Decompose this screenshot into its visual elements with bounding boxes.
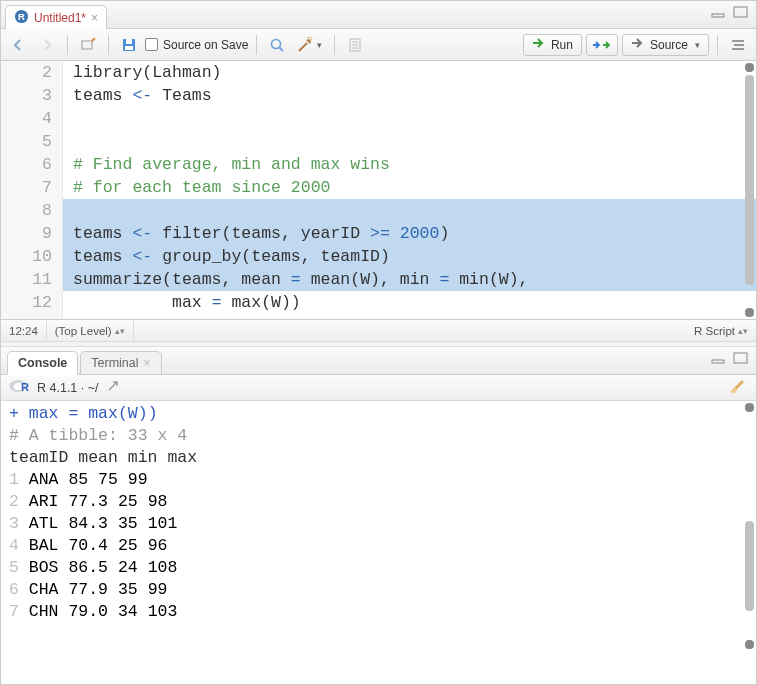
code-line[interactable] [63,130,756,153]
code-line[interactable]: # Find average, min and max wins [63,153,756,176]
sort-icon: ▴▾ [738,326,748,336]
clear-console-icon[interactable] [730,379,748,396]
language-selector[interactable]: R Script▴▾ [686,320,756,341]
svg-text:R: R [21,381,29,393]
code-line[interactable] [63,199,756,222]
console-scrollbar[interactable] [744,401,754,651]
editor-scrollbar[interactable] [744,61,754,319]
code-line[interactable]: teams <- group_by(teams, teamID) [63,245,756,268]
code-line[interactable]: library(Lahman) [63,61,756,84]
code-tools-icon[interactable]: ▾ [293,34,326,56]
close-tab-icon[interactable]: × [91,11,98,25]
console-line: 3 ATL 84.3 35 101 [9,513,756,535]
svg-text:R: R [18,11,25,21]
scroll-down-icon[interactable] [745,640,754,649]
scroll-up-icon[interactable] [745,63,754,72]
run-button[interactable]: Run [523,34,582,56]
maximize-pane-icon[interactable] [732,351,750,365]
sort-icon: ▴▾ [115,326,125,336]
code-line[interactable]: max = max(W)) [63,291,756,314]
r-logo-icon: R [9,378,29,397]
source-icon [631,37,645,52]
pane-controls [710,351,750,365]
console-line: 5 BOS 86.5 24 108 [9,557,756,579]
editor-tab-untitled[interactable]: R Untitled1* × [5,5,107,29]
editor-toolbar: Source on Save ▾ Run Source ▾ [1,29,756,61]
scroll-down-icon[interactable] [745,308,754,317]
svg-rect-6 [126,39,132,44]
console-line: 7 CHN 79.0 34 103 [9,601,756,623]
save-icon[interactable] [117,34,141,56]
source-label: Source [650,38,688,52]
svg-rect-4 [82,41,92,49]
code-line[interactable]: summarize(teams, mean = mean(W), min = m… [63,268,756,291]
code-line[interactable]: # for each team since 2000 [63,176,756,199]
code-editor[interactable]: 23456789101112 library(Lahman)teams <- T… [1,61,756,319]
line-gutter: 23456789101112 [1,61,63,319]
console-pane: Console Terminal × R R 4.1.1 · ~/ + max … [1,347,756,651]
editor-pane: R Untitled1* × Source on Save ▾ Run [1,1,756,341]
find-icon[interactable] [265,34,289,56]
maximize-pane-icon[interactable] [732,5,750,19]
source-on-save-label: Source on Save [163,38,248,52]
console-line: # A tibble: 33 x 4 [9,425,756,447]
source-on-save-checkbox[interactable]: Source on Save [145,38,248,52]
show-in-new-window-icon[interactable] [76,34,100,56]
console-tabs: Console Terminal × [1,347,756,375]
editor-tabs: R Untitled1* × [1,1,756,29]
console-output[interactable]: + max = max(W))# A tibble: 33 x 4 teamID… [1,401,756,651]
scope-selector[interactable]: (Top Level)▴▾ [47,320,134,341]
outline-icon[interactable] [726,34,750,56]
rerun-icon [592,39,612,51]
console-line: 1 ANA 85 75 99 [9,469,756,491]
chevron-down-icon: ▾ [317,40,322,50]
scroll-thumb[interactable] [745,75,754,285]
scroll-up-icon[interactable] [745,403,754,412]
editor-statusbar: 12:24 (Top Level)▴▾ R Script▴▾ [1,319,756,341]
code-line[interactable] [63,107,756,130]
tab-terminal[interactable]: Terminal × [80,351,161,375]
tab-console[interactable]: Console [7,351,78,375]
svg-rect-3 [734,7,747,17]
chevron-down-icon: ▾ [695,40,700,50]
checkbox-icon [145,38,158,51]
code-line[interactable]: teams <- filter(teams, yearID >= 2000) [63,222,756,245]
code-lines[interactable]: library(Lahman)teams <- Teams # Find ave… [63,61,756,319]
source-button[interactable]: Source ▾ [622,34,709,56]
svg-rect-18 [734,353,747,363]
svg-rect-17 [712,360,724,363]
console-line: + max = max(W)) [9,403,756,425]
code-line[interactable]: teams <- Teams [63,84,756,107]
console-info: R 4.1.1 · ~/ [37,381,99,395]
forward-icon[interactable] [35,34,59,56]
svg-rect-2 [712,14,724,17]
popout-icon[interactable] [107,380,119,395]
console-line: 2 ARI 77.3 25 98 [9,491,756,513]
svg-rect-7 [125,46,133,50]
console-line: teamID mean min max [9,447,756,469]
svg-line-9 [280,47,284,51]
back-icon[interactable] [7,34,31,56]
run-label: Run [551,38,573,52]
close-tab-icon[interactable]: × [144,356,151,370]
minimize-pane-icon[interactable] [710,5,728,19]
editor-tab-title: Untitled1* [34,11,86,25]
run-icon [532,37,546,52]
pane-controls [710,5,750,19]
scroll-thumb[interactable] [745,521,754,611]
minimize-pane-icon[interactable] [710,351,728,365]
console-line: 4 BAL 70.4 25 96 [9,535,756,557]
cursor-position[interactable]: 12:24 [1,320,47,341]
compile-report-icon[interactable] [343,34,367,56]
svg-point-8 [272,39,281,48]
console-infobar: R R 4.1.1 · ~/ [1,375,756,401]
console-line: 6 CHA 77.9 35 99 [9,579,756,601]
r-file-icon: R [14,9,29,27]
rerun-button[interactable] [586,34,618,56]
